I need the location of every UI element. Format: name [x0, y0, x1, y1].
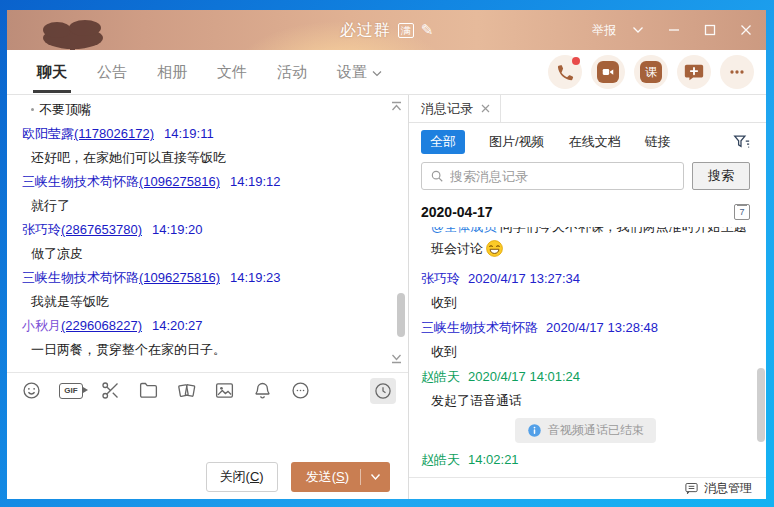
chevron-down-icon	[372, 63, 382, 80]
scissors-icon	[100, 380, 121, 401]
search-icon	[430, 169, 444, 183]
search-input[interactable]	[450, 169, 675, 184]
class-icon: 课	[640, 61, 662, 83]
add-post-button[interactable]	[677, 55, 711, 89]
chat-message-text: 我就是等饭吃	[22, 290, 378, 314]
sender-qq-number[interactable]: (1096275816)	[139, 174, 220, 189]
search-button[interactable]: 搜索	[692, 162, 750, 190]
history-search-row: 搜索	[409, 161, 766, 200]
send-image-button[interactable]	[214, 380, 235, 401]
filter-links[interactable]: 链接	[645, 133, 671, 151]
sender-name[interactable]: 小秋月	[22, 318, 61, 333]
tab-announcements[interactable]: 公告	[95, 51, 129, 93]
group-full-badge: 满	[398, 23, 414, 38]
sender-name[interactable]: 赵皓天	[421, 369, 460, 384]
tab-album[interactable]: 相册	[155, 51, 189, 93]
tab-close-icon[interactable]	[481, 101, 490, 116]
tab-chat[interactable]: 聊天	[35, 51, 69, 93]
chat-message-text: 不要顶嘴	[22, 98, 378, 122]
message-input[interactable]	[7, 408, 408, 455]
window-controls: 举报	[592, 10, 752, 50]
gif-icon: GIF	[59, 383, 83, 399]
chat-message-area[interactable]: 不要顶嘴 欧阳莹露(1178026172)14:19:11 还好吧，在家她们可以…	[7, 95, 408, 372]
notification-button[interactable]	[252, 380, 273, 401]
header-action-icons: 课	[548, 55, 754, 89]
emoji-button[interactable]	[21, 380, 42, 401]
chat-message-header: 张巧玲(2867653780)14:19:20	[22, 218, 378, 242]
sender-qq-number[interactable]: (1178026172)	[74, 126, 154, 141]
history-scrollbar-thumb[interactable]	[757, 368, 765, 442]
message-bubble-icon	[684, 481, 699, 496]
message-history-panel: 消息记录 全部 图片/视频 在线文档 链接 搜索	[408, 95, 766, 499]
message-history-toggle[interactable]	[370, 378, 396, 404]
message-time: 14:20:27	[152, 318, 203, 333]
info-icon	[527, 423, 542, 438]
send-button[interactable]: 发送(S)	[291, 462, 390, 492]
close-chat-button[interactable]: 关闭(C)	[206, 462, 278, 492]
more-actions-button[interactable]	[720, 55, 754, 89]
voice-call-button[interactable]	[548, 55, 582, 89]
tab-activities[interactable]: 活动	[275, 51, 309, 93]
sender-qq-number[interactable]: (2296068227)	[61, 318, 142, 333]
bubble-plus-icon	[683, 61, 705, 83]
filter-all[interactable]: 全部	[421, 130, 465, 154]
notification-dot	[572, 57, 580, 65]
window-shake-button[interactable]	[176, 380, 197, 401]
report-button[interactable]: 举报	[592, 22, 616, 39]
sender-name[interactable]: 张巧玲	[22, 222, 61, 237]
gif-hot-image-button[interactable]: GIF	[59, 383, 83, 399]
sender-qq-number[interactable]: (1096275816)	[139, 270, 220, 285]
sender-name[interactable]: 赵皓天	[421, 452, 460, 467]
close-button[interactable]	[740, 24, 752, 36]
message-time: 14:19:23	[230, 270, 281, 285]
filter-funnel-icon[interactable]	[733, 134, 750, 150]
tab-message-history[interactable]: 消息记录	[409, 95, 501, 122]
ellipsis-icon	[727, 62, 747, 82]
edit-pencil-icon[interactable]: ✎	[421, 21, 434, 39]
history-record-header: 张巧玲2020/4/17 13:27:34	[421, 266, 750, 291]
minimize-button[interactable]	[668, 24, 680, 36]
shake-window-icon	[176, 380, 197, 401]
chat-panel: 不要顶嘴 欧阳莹露(1178026172)14:19:11 还好吧，在家她们可以…	[7, 95, 408, 499]
filter-images-videos[interactable]: 图片/视频	[489, 133, 545, 151]
chat-scrollbar-thumb[interactable]	[397, 293, 405, 337]
history-record-header: 赵皓天14:02:21	[421, 447, 750, 472]
tab-files[interactable]: 文件	[215, 51, 249, 93]
screenshot-button[interactable]	[100, 380, 121, 401]
sender-name[interactable]: 张巧玲	[421, 271, 460, 286]
sender-name[interactable]: 三峡生物技术苟怀路	[22, 174, 139, 189]
chat-message-text: 还好吧，在家她们可以直接等饭吃	[22, 146, 378, 170]
clock-icon	[373, 381, 393, 401]
scroll-to-top-icon[interactable]	[390, 100, 403, 115]
sender-name[interactable]: 三峡生物技术苟怀路	[22, 270, 139, 285]
message-time: 14:19:12	[230, 174, 281, 189]
maximize-button[interactable]	[704, 24, 716, 36]
message-management-button[interactable]: 消息管理	[409, 477, 766, 499]
sender-qq-number[interactable]: (2867653780)	[61, 222, 142, 237]
input-toolbar: GIF	[7, 372, 408, 408]
sender-name[interactable]: 欧阳莹露	[22, 126, 74, 141]
date-header: 2020-04-17 7	[421, 200, 750, 227]
history-record-header: 三峡生物技术苟怀路2020/4/17 13:28:48	[421, 315, 750, 340]
qq-group-chat-window: 必过群 满 ✎ 举报 聊天 公告 相册 文件 活动 设置	[7, 10, 766, 499]
history-record-list[interactable]: 2020-04-17 7 @全体成员 同学们今天不补课，我们两点准时开始主题 班…	[409, 200, 766, 477]
phone-icon	[555, 62, 575, 82]
tab-settings[interactable]: 设置	[335, 51, 384, 93]
date-label: 2020-04-17	[421, 204, 493, 220]
more-tools-button[interactable]	[290, 380, 311, 401]
chevron-down-icon[interactable]	[632, 26, 644, 34]
sender-name[interactable]: 三峡生物技术苟怀路	[421, 320, 538, 335]
send-file-button[interactable]	[138, 380, 159, 401]
filter-online-docs[interactable]: 在线文档	[569, 133, 621, 151]
message-time: 14:19:20	[152, 222, 203, 237]
calendar-icon[interactable]: 7	[734, 204, 750, 220]
chat-message-text: 一日两餐，贯穿整个在家的日子。	[22, 338, 378, 362]
bell-icon	[252, 380, 273, 401]
more-circle-icon	[290, 380, 311, 401]
system-notice-row: 音视频通话已结束	[421, 418, 750, 443]
class-button[interactable]: 课	[634, 55, 668, 89]
scroll-to-bottom-icon[interactable]	[390, 352, 403, 367]
history-tab-strip: 消息记录	[409, 95, 766, 123]
send-options-caret[interactable]	[361, 473, 390, 481]
video-call-button[interactable]	[591, 55, 625, 89]
